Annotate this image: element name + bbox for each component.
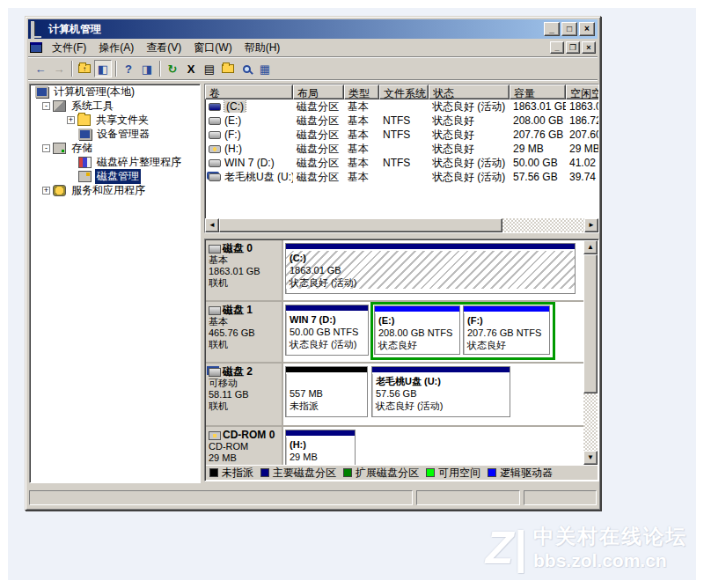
toolbar-separator: [71, 61, 73, 77]
cdrom-0-row: CD-ROM 0 CD-ROM 29 MB 联机 (H:) 29 MB 状态良好: [206, 427, 583, 465]
vertical-scrollbar[interactable]: ▲ ▼: [583, 240, 598, 465]
legend-swatch: [426, 468, 435, 477]
delete-icon[interactable]: X: [182, 60, 200, 77]
legend-primary-partition: 主要磁盘分区: [253, 466, 336, 481]
horizontal-scrollbar[interactable]: ◄ ►: [205, 218, 598, 232]
disk-icon: [209, 245, 221, 254]
volume-row-f[interactable]: (F:) 磁盘分区 基本 NTFS 状态良好 207.76 GB 207.60: [205, 128, 598, 142]
tree-item-services-applications[interactable]: + 服务和应用程序: [30, 183, 200, 197]
menu-action[interactable]: 操作(A): [92, 39, 140, 57]
scrollbar-thumb[interactable]: [583, 254, 598, 393]
expand-icon[interactable]: +: [42, 187, 50, 195]
volume-f-region[interactable]: (F:) 207.76 GB NTFS 状态良好: [463, 305, 550, 355]
disk-1-label[interactable]: 磁盘 1 基本 465.76 GB 联机: [206, 302, 283, 362]
mdi-minimize-button[interactable]: _: [550, 41, 564, 54]
tree-item-system-tools[interactable]: - 系统工具: [30, 99, 200, 113]
storage-icon: [53, 143, 66, 154]
legend-swatch: [488, 468, 496, 477]
tree-item-storage[interactable]: - 存储: [30, 141, 200, 155]
collapse-icon[interactable]: -: [42, 102, 50, 110]
status-section: [416, 490, 520, 505]
title-bar[interactable]: 计算机管理 _ □ ×: [28, 19, 598, 39]
volume-d-region[interactable]: WIN 7 (D:) 50.00 GB NTFS 状态良好 (活动): [285, 305, 369, 356]
volume-row-e[interactable]: (E:) 磁盘分区 基本 NTFS 状态良好 208.00 GB 186.72: [205, 114, 598, 128]
volume-row-d[interactable]: WIN 7 (D:) 磁盘分区 基本 NTFS 状态良好 (活动) 50.00 …: [205, 156, 598, 170]
drive-icon: [209, 103, 221, 111]
tree-item-computer-management[interactable]: 计算机管理(本地): [30, 85, 200, 99]
menu-file[interactable]: 文件(F): [46, 39, 92, 57]
column-status[interactable]: 状态: [429, 85, 510, 99]
cdrom-icon: [209, 431, 221, 440]
scroll-left-icon[interactable]: ◄: [205, 218, 219, 232]
back-icon[interactable]: ←: [32, 60, 49, 77]
zol-logo: Z|: [486, 526, 526, 569]
toolbar-separator: [159, 61, 161, 77]
disk-2-label[interactable]: 磁盘 2 可移动 58.11 GB 联机: [206, 364, 283, 425]
scroll-down-icon[interactable]: ▼: [583, 451, 598, 465]
mdi-window-icon[interactable]: [30, 42, 42, 53]
volume-row-h[interactable]: (H:) 磁盘分区 基本 状态良好 29 MB 29 MB: [205, 142, 598, 156]
volume-e-region[interactable]: (E:) 208.00 GB NTFS 状态良好: [374, 305, 460, 355]
volume-row-c[interactable]: (C:) 磁盘分区 基本 状态良好 (活动) 1863.01 GB 1863.0: [205, 99, 598, 114]
tree-item-defragmenter[interactable]: 磁盘碎片整理程序: [30, 155, 200, 169]
unallocated-region[interactable]: 557 MB 未指派: [285, 366, 368, 417]
mdi-close-button[interactable]: ×: [582, 41, 596, 54]
volume-u-region[interactable]: 老毛桃U盘 (U:) 57.56 GB 状态良好 (活动): [371, 366, 510, 417]
legend-unallocated: 未指派: [209, 466, 253, 481]
defrag-icon: [78, 157, 92, 168]
watermark-url: bbs.zol.com.cn: [533, 550, 687, 571]
cdrom-0-label[interactable]: CD-ROM 0 CD-ROM 29 MB 联机: [206, 427, 283, 465]
tree-item-disk-management[interactable]: 磁盘管理: [30, 169, 200, 183]
forward-icon[interactable]: →: [50, 60, 68, 77]
legend-extended-partition: 扩展磁盘分区: [336, 466, 419, 481]
removable-disk-icon: [209, 368, 221, 377]
legend-swatch: [209, 468, 218, 477]
volume-c-region[interactable]: (C:) 1863.01 GB 状态良好 (活动): [285, 243, 576, 294]
show-pane-icon[interactable]: ◨: [138, 60, 156, 77]
window-title: 计算机管理: [48, 22, 542, 37]
maximize-button[interactable]: □: [561, 22, 577, 36]
disk-0-label[interactable]: 磁盘 0 基本 1863.01 GB 联机: [206, 240, 283, 300]
menu-bar: 文件(F) 操作(A) 查看(V) 窗口(W) 帮助(H) _ ❐ ×: [28, 39, 598, 57]
help-icon[interactable]: ?: [120, 60, 137, 77]
disk-1-row: 磁盘 1 基本 465.76 GB 联机 WIN 7 (D:) 50.00 GB…: [206, 302, 583, 364]
column-capacity[interactable]: 容量: [510, 85, 566, 99]
search-icon[interactable]: [238, 60, 255, 77]
scrollbar-thumb[interactable]: [219, 218, 502, 232]
column-layout[interactable]: 布局: [293, 85, 344, 99]
column-free-space[interactable]: 空闲空: [566, 85, 599, 99]
computer-management-window: 计算机管理 _ □ × 文件(F) 操作(A) 查看(V) 窗口(W) 帮助(H…: [25, 16, 601, 511]
watermark-title: 中关村在线论坛: [533, 523, 687, 550]
scroll-up-icon[interactable]: ▲: [583, 240, 598, 254]
tree-item-device-manager[interactable]: 设备管理器: [30, 127, 200, 141]
volume-h-region[interactable]: (H:) 29 MB 状态良好: [285, 430, 356, 465]
extended-partition-region: (E:) 208.00 GB NTFS 状态良好 (F:) 207.76 GB …: [370, 302, 555, 360]
mdi-restore-button[interactable]: ❐: [566, 41, 580, 54]
drive-icon: [209, 117, 221, 125]
open-folder-icon[interactable]: [219, 60, 237, 77]
cdrom-icon: [209, 145, 221, 153]
menu-window[interactable]: 窗口(W): [187, 39, 238, 57]
refresh-icon[interactable]: ↻: [164, 60, 181, 77]
system-tools-icon: [53, 100, 66, 112]
volume-row-u[interactable]: 老毛桃U盘 (U:) 磁盘分区 基本 状态良好 (活动) 57.56 GB 39…: [205, 170, 598, 184]
disk-2-row: 磁盘 2 可移动 58.11 GB 联机 557 MB 未指派: [206, 364, 583, 427]
minimize-button[interactable]: _: [544, 22, 560, 36]
disk-icon: [209, 306, 221, 315]
column-type[interactable]: 类型: [344, 85, 379, 99]
scroll-right-icon[interactable]: ►: [584, 218, 598, 232]
close-button[interactable]: ×: [579, 22, 595, 36]
console-tree: 计算机管理(本地) - 系统工具 + 共享文件夹 设备管理器 - 存储: [29, 84, 201, 483]
tree-item-shared-folders[interactable]: + 共享文件夹: [30, 113, 200, 127]
column-filesystem[interactable]: 文件系统: [379, 85, 429, 99]
column-volume[interactable]: 卷: [205, 85, 293, 99]
expand-icon[interactable]: +: [67, 116, 75, 124]
collapse-icon[interactable]: -: [42, 144, 50, 152]
show-tree-icon[interactable]: ◧: [94, 60, 112, 77]
menu-help[interactable]: 帮助(H): [238, 39, 287, 57]
up-level-icon[interactable]: ↑: [76, 60, 93, 77]
menu-view[interactable]: 查看(V): [140, 39, 187, 57]
services-icon: [53, 185, 66, 196]
properties-icon[interactable]: ▤: [201, 60, 218, 77]
manage-icon[interactable]: ▦: [256, 60, 274, 77]
